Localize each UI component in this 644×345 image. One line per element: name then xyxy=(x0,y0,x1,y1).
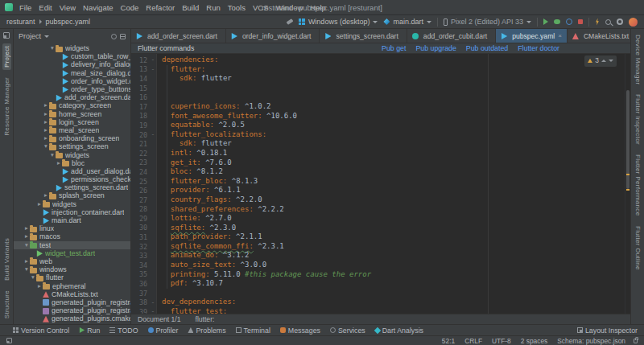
code-pane[interactable]: dependencies: flutter: sdk: flutter cupe… xyxy=(157,54,625,314)
tool-window-switcher-icon[interactable] xyxy=(6,338,12,343)
profiler-button[interactable] xyxy=(566,18,572,25)
breadcrumb-project[interactable]: resturant xyxy=(6,18,35,26)
menu-item[interactable]: Build xyxy=(182,3,199,12)
banner-action-link[interactable]: Pub outdated xyxy=(466,44,508,52)
tree-row[interactable]: ▸ meal_screen xyxy=(14,126,130,134)
menu-item[interactable]: Tools xyxy=(228,3,246,12)
next-warning-icon[interactable] xyxy=(609,60,613,62)
status-item[interactable]: UTF-8 xyxy=(492,337,511,345)
tree-row[interactable]: ▸ category_screen xyxy=(14,101,130,109)
tool-window-button[interactable]: Problems xyxy=(188,327,225,335)
tree-row[interactable]: ▸ linux xyxy=(14,224,130,232)
tool-window-button[interactable]: Structure xyxy=(2,288,11,321)
editor-tab[interactable]: add_order_cubit.dart xyxy=(407,29,496,43)
menu-item[interactable]: Refactor xyxy=(146,3,175,12)
status-item[interactable]: CRLF xyxy=(464,337,482,345)
project-tool-icon[interactable] xyxy=(3,32,10,39)
search-icon[interactable] xyxy=(605,19,611,25)
tree-row[interactable]: custom_table_row_order.dart xyxy=(14,52,130,60)
tree-row[interactable]: ▾ windows xyxy=(14,265,130,273)
tool-window-button[interactable]: TODO xyxy=(109,327,138,335)
editor[interactable]: 12-13-14151617181920-2122232425262728293… xyxy=(131,54,630,314)
tree-row[interactable]: ▾ widgets xyxy=(14,150,130,158)
editor-scrollbar[interactable] xyxy=(625,54,630,314)
tree-chevron-icon[interactable]: ▾ xyxy=(43,142,49,150)
editor-tab[interactable]: order_info_widget.dart xyxy=(226,29,320,43)
tool-window-button[interactable]: Build Variants xyxy=(2,236,11,283)
hot-reload-icon[interactable] xyxy=(595,18,600,26)
settings-icon[interactable] xyxy=(111,34,117,39)
build-hammer-icon[interactable] xyxy=(286,18,293,25)
menu-item[interactable]: Run xyxy=(206,3,220,12)
tree-row[interactable]: ▾ widgets xyxy=(14,44,130,52)
menu-item[interactable]: File xyxy=(19,3,31,12)
tool-window-button[interactable]: Resource Manager xyxy=(2,75,11,138)
collapse-all-icon[interactable] xyxy=(120,34,126,39)
tree-chevron-icon[interactable]: ▸ xyxy=(23,257,30,265)
tree-chevron-icon[interactable]: ▸ xyxy=(43,110,49,118)
tree-row[interactable]: delivery_info_dialog.dart xyxy=(14,60,130,68)
inspections-widget[interactable]: 3 xyxy=(584,55,617,67)
gutter-lines[interactable]: 12-13-14151617181920-2122232425262728293… xyxy=(131,54,157,314)
breadcrumb-file[interactable]: pubspec.yaml xyxy=(46,18,91,26)
tree-row[interactable]: ▸ widgets xyxy=(14,200,130,208)
tree-row[interactable]: ▸ ephemeral xyxy=(14,281,130,290)
layout-inspector-button[interactable]: Layout Inspector xyxy=(577,327,638,335)
close-icon[interactable]: × xyxy=(558,32,562,39)
tree-row[interactable]: permissions_check_box.dart xyxy=(14,175,130,183)
tree-row[interactable]: add_order_screen.dart xyxy=(14,93,130,101)
tree-row[interactable]: ▸ web xyxy=(14,257,130,265)
prev-warning-icon[interactable] xyxy=(601,60,606,62)
tree-row[interactable]: ▾ settings_screen xyxy=(14,142,130,150)
tree-row[interactable]: ▸ home_screen xyxy=(14,110,130,118)
tree-chevron-icon[interactable]: ▾ xyxy=(23,265,30,273)
tree-chevron-icon[interactable]: ▸ xyxy=(43,134,49,142)
warning-stripe-mark[interactable] xyxy=(626,189,630,191)
tree-row[interactable]: ▸ macos xyxy=(14,232,130,240)
tool-window-button[interactable]: Messages xyxy=(280,327,320,335)
tool-window-button[interactable]: Flutter Performance xyxy=(634,152,642,218)
run-config-selector[interactable]: main.dart xyxy=(383,18,431,26)
chevron-down-icon[interactable] xyxy=(44,35,49,38)
tool-window-button[interactable]: Dart Analysis xyxy=(375,327,423,335)
tree-row[interactable]: ▸ bloc xyxy=(14,159,130,167)
project-header-title[interactable]: Project xyxy=(19,32,41,40)
tool-window-button[interactable]: Device Manager xyxy=(634,32,642,87)
tree-row[interactable]: CMakeLists.txt xyxy=(14,290,130,298)
tree-row[interactable]: widget_test.dart xyxy=(14,249,130,257)
lock-icon[interactable] xyxy=(634,339,638,343)
tree-row[interactable]: ▸ onboarding_screen xyxy=(14,134,130,142)
tool-window-button[interactable]: Version Control xyxy=(13,327,69,335)
tool-window-button[interactable]: Run xyxy=(79,327,100,335)
tree-chevron-icon[interactable]: ▸ xyxy=(43,101,49,109)
tool-window-button[interactable]: Profiler xyxy=(148,327,179,335)
tree-row[interactable]: ▸ login_screen xyxy=(14,118,130,126)
tree-chevron-icon[interactable]: ▾ xyxy=(30,273,36,281)
tree-row[interactable]: injection_container.dart xyxy=(14,208,130,216)
tool-window-button[interactable]: Flutter Outline xyxy=(634,224,642,273)
tree-chevron-icon[interactable]: ▸ xyxy=(43,118,49,126)
run-button[interactable] xyxy=(543,18,548,25)
menu-item[interactable]: Code xyxy=(121,3,139,12)
tree-row[interactable]: meal_size_dialog.dart xyxy=(14,69,130,77)
editor-tab[interactable]: pubspec.yaml × xyxy=(496,29,568,43)
tree-row[interactable]: ▸ splash_screen xyxy=(14,191,130,199)
warning-stripe-mark[interactable] xyxy=(626,174,630,175)
tree-row[interactable]: generated_plugin_registrant.cc xyxy=(14,298,130,306)
tree-row[interactable]: add_user_dialog.dart xyxy=(14,167,130,175)
tree-chevron-icon[interactable]: ▸ xyxy=(36,200,43,208)
menu-item[interactable]: View xyxy=(60,3,76,12)
tree-chevron-icon[interactable]: ▾ xyxy=(49,151,56,159)
tree-row[interactable]: ▾ test xyxy=(14,241,130,249)
device-selector[interactable]: Windows (desktop) xyxy=(299,18,378,26)
editor-tab[interactable]: settings_screen.dart xyxy=(320,29,407,43)
breadcrumb-path[interactable]: flutter: xyxy=(196,315,215,323)
tree-row[interactable]: main.dart xyxy=(14,216,130,224)
debug-button[interactable] xyxy=(554,19,560,24)
device-target-selector[interactable]: Pixel 2 (Edited) API 33 xyxy=(444,18,531,26)
tool-window-button[interactable]: Project xyxy=(2,43,11,70)
tree-chevron-icon[interactable]: ▸ xyxy=(56,159,62,167)
status-item[interactable]: 52:1 xyxy=(442,337,455,345)
tree-row[interactable]: settings_screen.dart xyxy=(14,183,130,191)
tool-window-button[interactable]: Services xyxy=(330,327,365,335)
